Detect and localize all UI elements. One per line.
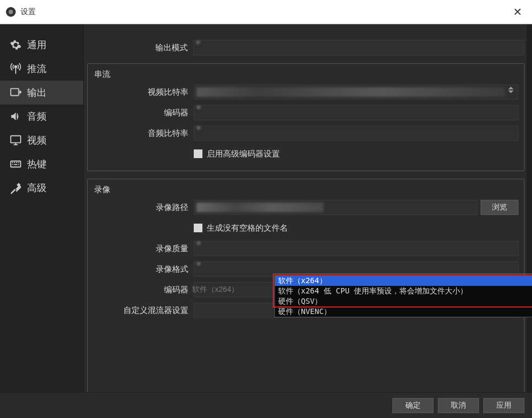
antenna-icon [10,63,25,75]
recording-quality-select[interactable] [194,241,518,256]
sidebar-item-output[interactable]: 输出 [0,81,83,104]
dialog-footer: 确定 取消 应用 [0,392,532,418]
stream-encoder-select[interactable] [194,105,518,120]
window-title: 设置 [21,7,509,17]
svg-rect-4 [11,136,21,143]
stream-panel-title: 串流 [88,67,518,84]
close-button[interactable]: ✕ [509,5,527,18]
mixer-settings-label: 自定义混流器设置 [88,305,194,316]
cancel-button-label: 取消 [451,401,466,409]
titlebar: 设置 ✕ [0,0,532,24]
video-bitrate-label: 视频比特率 [88,87,194,97]
recording-quality-label: 录像质量 [88,244,194,254]
encoder-option[interactable]: 软件（x264） [275,276,532,286]
sidebar-item-label: 音频 [27,110,47,123]
video-bitrate-input[interactable] [194,84,518,100]
no-space-filename-label: 生成没有空格的文件名 [207,223,288,233]
spinner[interactable] [508,87,516,93]
scrollbar[interactable] [527,24,532,392]
recording-format-select[interactable] [194,262,518,277]
sidebar: 通用 推流 输出 音频 [0,24,84,392]
chevron-up-icon[interactable] [508,87,514,89]
obs-logo-icon [5,6,16,17]
sidebar-item-label: 通用 [27,38,47,51]
enable-advanced-label: 启用高级编码器设置 [207,149,280,159]
encoder-option[interactable]: 硬件（NVENC） [275,306,532,317]
recording-panel-title: 录像 [88,182,518,199]
sidebar-item-label: 热键 [27,158,47,171]
encoder-option[interactable]: 硬件（QSV） [275,296,532,306]
svg-point-2 [15,66,17,68]
arrow-right-icon [10,87,25,99]
recording-format-label: 录像格式 [88,264,194,275]
chevron-down-icon[interactable] [508,90,514,93]
sidebar-item-label: 推流 [27,62,47,75]
tools-icon [10,182,25,194]
output-mode-label: 输出模式 [87,43,193,53]
recording-path-input[interactable] [194,200,477,215]
sidebar-item-label: 输出 [27,86,47,99]
recording-encoder-value: 软件（x264） [192,285,239,295]
svg-point-1 [9,10,13,14]
enable-advanced-checkbox[interactable] [194,149,202,158]
stream-encoder-label: 编码器 [88,108,194,118]
keyboard-icon [10,158,25,170]
cancel-button[interactable]: 取消 [438,398,479,413]
no-space-filename-checkbox[interactable] [194,224,202,232]
browse-button[interactable]: 浏览 [481,200,518,215]
browse-button-label: 浏览 [492,203,507,212]
sidebar-item-label: 视频 [27,134,47,147]
audio-bitrate-label: 音频比特率 [88,128,194,139]
encoder-dropdown-popup: 软件（x264） 软件（x264 低 CPU 使用率预设，将会增加文件大小） 硬… [274,275,532,317]
ok-button[interactable]: 确定 [392,398,434,413]
stream-panel: 串流 视频比特率 编码器 音频比特率 [87,63,524,171]
recording-encoder-label: 编码器 [88,285,194,295]
ok-button-label: 确定 [405,401,421,409]
sidebar-item-stream[interactable]: 推流 [0,57,83,81]
speaker-icon [10,110,25,122]
sidebar-item-advanced[interactable]: 高级 [0,176,83,200]
monitor-icon [10,134,25,146]
sidebar-item-label: 高级 [27,181,47,194]
svg-rect-3 [11,89,19,96]
apply-button-label: 应用 [496,401,511,409]
sidebar-item-general[interactable]: 通用 [0,33,83,57]
main-content: 输出模式 串流 视频比特率 编码器 [84,24,532,392]
recording-path-label: 录像路径 [88,203,194,213]
apply-button[interactable]: 应用 [483,398,524,413]
audio-bitrate-select[interactable] [194,126,518,141]
encoder-option[interactable]: 软件（x264 低 CPU 使用率预设，将会增加文件大小） [275,286,532,296]
sidebar-item-audio[interactable]: 音频 [0,104,83,128]
sidebar-item-video[interactable]: 视频 [0,128,83,152]
gear-icon [10,39,25,51]
sidebar-item-hotkeys[interactable]: 热键 [0,152,83,176]
output-mode-select[interactable] [193,40,524,55]
